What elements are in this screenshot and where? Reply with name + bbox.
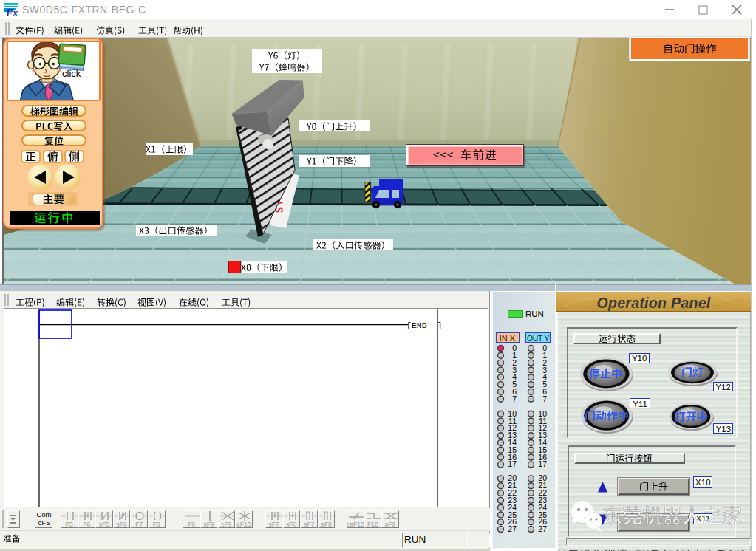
svg-text:7: 7 — [512, 394, 517, 403]
svg-text:7: 7 — [542, 394, 547, 403]
svg-text:17: 17 — [538, 459, 547, 468]
svg-text:Fx: Fx — [5, 7, 18, 17]
svg-text:17: 17 — [508, 459, 517, 468]
svg-text:27: 27 — [508, 524, 517, 533]
svg-text:[END ]: [END ] — [406, 321, 442, 330]
svg-text:27: 27 — [538, 524, 547, 533]
